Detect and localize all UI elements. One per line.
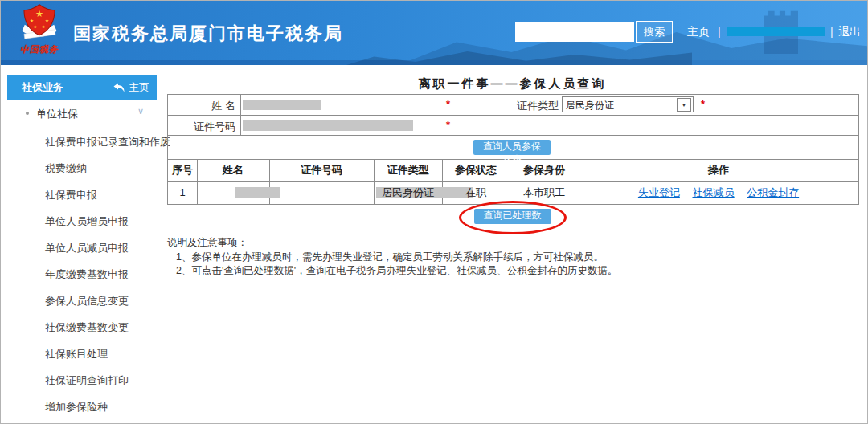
sidebar-item-shebaofei-shenbao[interactable]: 社保费申报 <box>1 181 162 208</box>
svg-text:★: ★ <box>42 24 46 29</box>
divider <box>240 95 241 135</box>
site-header: ★ ★ ★ ★ ★ 中国税务 国家税务总局厦门市电子税务局 搜索 主页 | | … <box>1 1 868 65</box>
id-number-value-redacted <box>243 120 413 131</box>
id-type-label: 证件类型 <box>488 99 559 113</box>
shebao-reduction-link[interactable]: 社保减员 <box>693 186 735 198</box>
notes: 说明及注意事项： 1、参保单位在办理减员时，需先办理失业登记，确定员工劳动关系解… <box>167 236 858 277</box>
id-number-input-underline[interactable] <box>241 132 440 133</box>
divider <box>485 95 485 115</box>
sidebar-item-jianyuan-shenbao[interactable]: 单位人员减员申报 <box>1 234 162 261</box>
query-processed-data-button[interactable]: 查询已处理数据 <box>474 209 551 224</box>
id-number-label: 证件号码 <box>168 120 235 134</box>
svg-text:★: ★ <box>30 18 35 23</box>
svg-text:★: ★ <box>45 18 50 23</box>
sidebar-item-renyuan-xinxi-biangeng[interactable]: 参保人员信息变更 <box>1 287 162 314</box>
sidebar-header: 社保业务 主页 <box>7 75 157 100</box>
table-header-name: 姓名 <box>197 159 269 181</box>
sidebar-item-zhengming-dayin[interactable]: 社保证明查询打印 <box>1 367 162 393</box>
svg-text:★: ★ <box>35 9 43 18</box>
page-title: 离职一件事——参保人员查询 <box>167 76 858 92</box>
table-cell-name-redacted <box>235 187 280 198</box>
required-asterisk: * <box>446 119 450 131</box>
sidebar-item-jiaofei-jishu-shenbao[interactable]: 年度缴费基数申报 <box>1 261 162 287</box>
divider <box>168 135 858 136</box>
bullet-icon <box>26 112 29 115</box>
header-nav: 主页 | | 退出 <box>681 25 862 39</box>
id-type-select[interactable]: 居民身份证 ▼ <box>562 96 694 112</box>
dropdown-arrow-icon[interactable]: ▼ <box>677 98 691 112</box>
page: ★ ★ ★ ★ ★ 中国税务 国家税务总局厦门市电子税务局 搜索 主页 | | … <box>0 0 868 424</box>
required-asterisk: * <box>701 98 705 110</box>
unemployment-registration-link[interactable]: 失业登记 <box>638 186 680 198</box>
logout-link[interactable]: 退出 <box>838 25 861 39</box>
svg-text:★: ★ <box>33 24 37 29</box>
logo-caption: 中国税务 <box>12 43 67 55</box>
required-asterisk: * <box>446 98 450 110</box>
table-cell-seq: 1 <box>168 181 197 204</box>
processed-button-area: 查询已处理数据 <box>167 203 858 238</box>
site-title: 国家税务总局厦门市电子税务局 <box>73 22 343 46</box>
chevron-down-icon: ∨ <box>137 106 144 116</box>
note-item-2: 2、可点击'查询已处理数据'，查询在电子税务局办理失业登记、社保减员、公积金封存… <box>167 264 858 277</box>
sidebar-menu: 社保费申报记录查询和作废 税费缴纳 社保费申报 单位人员增员申报 单位人员减员申… <box>1 128 162 420</box>
sidebar-section-title: 社保业务 <box>22 75 63 100</box>
china-tax-emblem-icon: ★ ★ ★ ★ ★ <box>18 3 60 45</box>
back-arrow-icon <box>113 83 125 92</box>
sidebar-group-label: 单位社保 <box>36 107 78 121</box>
sidebar-group-unit-shebao[interactable]: 单位社保 ∨ <box>1 104 162 122</box>
sidebar-item-zengjia-xianzhong[interactable]: 增加参保险种 <box>1 393 162 420</box>
nav-separator: | <box>718 25 721 38</box>
table-header-status: 参保状态 <box>442 159 510 181</box>
sidebar-item-jiaofei-jishu-biangeng[interactable]: 社保缴费基数变更 <box>1 314 162 340</box>
query-insured-status-button[interactable]: 查询人员参保状态 <box>473 140 551 155</box>
query-panel: 姓 名 * 证件类型 居民身份证 ▼ * 证件号码 * 查询人员参保状态 <box>167 94 859 205</box>
table-header-seq: 序号 <box>168 159 197 181</box>
table-header-operation: 操作 <box>579 159 858 181</box>
sidebar-item-shuifei-jiaona[interactable]: 税费缴纳 <box>1 155 162 181</box>
username-redaction-bar <box>727 27 825 36</box>
divider <box>168 115 858 116</box>
table-cell-id-type: 居民身份证 <box>374 181 442 204</box>
tax-bureau-logo: ★ ★ ★ ★ ★ 中国税务 <box>12 3 67 64</box>
name-input-underline[interactable] <box>241 112 440 112</box>
table-cell-status: 在职 <box>442 181 510 204</box>
sidebar-home-label: 主页 <box>129 75 149 100</box>
search-button[interactable]: 搜索 <box>636 21 673 43</box>
note-item-1: 1、参保单位在办理减员时，需先办理失业登记，确定员工劳动关系解除手续后，方可社保… <box>167 251 858 263</box>
nav-separator: | <box>830 25 833 38</box>
table-cell-actions: 失业登记 社保减员 公积金封存 <box>579 181 858 204</box>
sidebar-home-link[interactable]: 主页 <box>113 75 149 100</box>
header-bottom-strip <box>1 60 868 65</box>
table-header-id-number: 证件号码 <box>269 159 374 181</box>
name-label: 姓 名 <box>168 99 235 113</box>
name-value-redacted <box>243 100 321 110</box>
table-cell-identity: 本市职工 <box>510 181 579 204</box>
sidebar-item-zhangmu-chuli[interactable]: 社保账目处理 <box>1 340 162 367</box>
search-input[interactable] <box>515 22 634 42</box>
table-header-identity: 参保身份 <box>510 159 579 181</box>
id-type-selected-value: 居民身份证 <box>566 99 614 112</box>
notes-title: 说明及注意事项： <box>167 236 858 250</box>
home-link[interactable]: 主页 <box>687 25 710 39</box>
table-header-id-type: 证件类型 <box>374 159 442 181</box>
provident-fund-sealing-link[interactable]: 公积金封存 <box>747 186 799 198</box>
sidebar-item-zengyuan-shenbao[interactable]: 单位人员增员申报 <box>1 208 162 234</box>
sidebar-item-shenbao-jilu[interactable]: 社保费申报记录查询和作废 <box>1 128 162 155</box>
